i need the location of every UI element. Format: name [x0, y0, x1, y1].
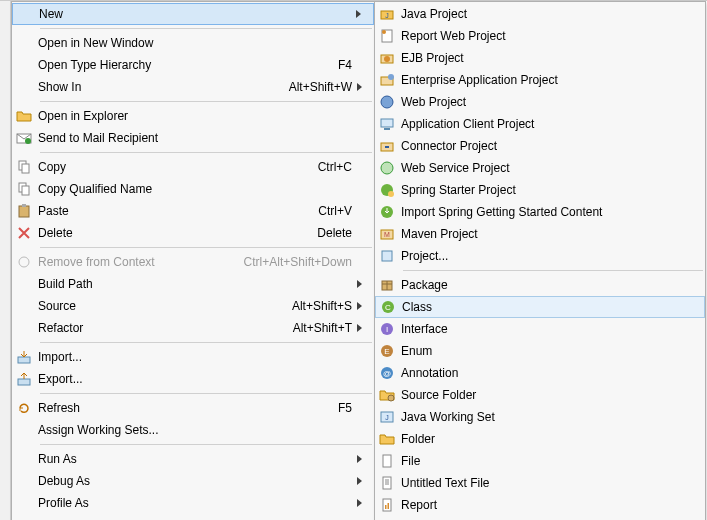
menu-item-project[interactable]: Project... [375, 245, 705, 267]
menu-item-show-in[interactable]: Show InAlt+Shift+W [12, 76, 374, 98]
text-file-icon [375, 475, 399, 491]
svg-rect-42 [383, 455, 391, 467]
svg-point-25 [388, 191, 394, 197]
menu-item-delete[interactable]: DeleteDelete [12, 222, 374, 244]
menu-item-label: Spring Starter Project [399, 183, 687, 197]
menu-item-refresh[interactable]: RefreshF5 [12, 397, 374, 419]
submenu-arrow-icon [356, 498, 368, 508]
submenu-arrow-icon [356, 323, 368, 333]
menu-item-open-new-window[interactable]: Open in New Window [12, 32, 374, 54]
web-icon [375, 94, 399, 110]
menu-item-profile-as[interactable]: Profile As [12, 492, 374, 514]
menu-item-annotation[interactable]: @Annotation [375, 362, 705, 384]
svg-text:J: J [385, 12, 389, 19]
svg-rect-21 [384, 128, 390, 130]
java-project-icon: J [375, 6, 399, 22]
paste-icon [12, 203, 36, 219]
menu-item-refactor[interactable]: RefactorAlt+Shift+T [12, 317, 374, 339]
folder-icon [375, 431, 399, 447]
menu-item-label: Enum [399, 344, 687, 358]
menu-item-label: New [37, 7, 355, 21]
spring-import-icon [375, 204, 399, 220]
blank-icon [12, 35, 36, 51]
menu-item-label: Source Folder [399, 388, 687, 402]
menu-item-copy-qualified[interactable]: Copy Qualified Name [12, 178, 374, 200]
app-client-icon [375, 116, 399, 132]
menu-item-spring-starter[interactable]: Spring Starter Project [375, 179, 705, 201]
menu-item-assign-ws[interactable]: Assign Working Sets... [12, 419, 374, 441]
menu-separator [40, 342, 372, 343]
menu-item-label: Profile As [36, 496, 356, 510]
menu-item-label: Open in Explorer [36, 109, 356, 123]
menu-item-java-project[interactable]: JJava Project [375, 3, 705, 25]
submenu-arrow-icon [356, 301, 368, 311]
menu-item-label: Source [36, 299, 282, 313]
svg-rect-6 [19, 206, 29, 217]
menu-item-paste[interactable]: PasteCtrl+V [12, 200, 374, 222]
menu-item-app-client-project[interactable]: Application Client Project [375, 113, 705, 135]
menu-item-open-type-hierarchy[interactable]: Open Type HierarchyF4 [12, 54, 374, 76]
menu-item-run-as[interactable]: Run As [12, 448, 374, 470]
blank-icon [12, 422, 36, 438]
submenu-arrow-icon [356, 476, 368, 486]
menu-item-shortcut: F4 [328, 58, 356, 72]
menu-item-open-in-explorer[interactable]: Open in Explorer [12, 105, 374, 127]
menu-item-file[interactable]: File [375, 450, 705, 472]
blank-icon [12, 473, 36, 489]
menu-item-ejb-project[interactable]: EJB Project [375, 47, 705, 69]
menu-item-export[interactable]: Export... [12, 368, 374, 390]
editor-gutter [0, 1, 11, 520]
menu-item-interface[interactable]: IInterface [375, 318, 705, 340]
menu-item-source-folder[interactable]: Source Folder [375, 384, 705, 406]
menu-item-shortcut: Ctrl+V [308, 204, 356, 218]
menu-item-web-service-project[interactable]: Web Service Project [375, 157, 705, 179]
menu-item-label: Refresh [36, 401, 328, 415]
spring-starter-icon [375, 182, 399, 198]
menu-item-report[interactable]: Report [375, 494, 705, 516]
menu-item-build-path[interactable]: Build Path [12, 273, 374, 295]
menu-item-maven-project[interactable]: MMaven Project [375, 223, 705, 245]
context-menu-root: NewOpen in New WindowOpen Type Hierarchy… [0, 0, 707, 520]
copy-q-icon [12, 181, 36, 197]
menu-separator [403, 270, 703, 271]
svg-point-39 [388, 395, 394, 401]
menu-item-class[interactable]: CClass [375, 296, 705, 318]
menu-item-shortcut: Alt+Shift+T [283, 321, 356, 335]
menu-item-package[interactable]: Package [375, 274, 705, 296]
connector-icon [375, 138, 399, 154]
menu-item-import[interactable]: Import... [12, 346, 374, 368]
menu-item-new[interactable]: New [12, 3, 374, 25]
svg-rect-43 [383, 477, 391, 489]
menu-item-report-web-project[interactable]: Report Web Project [375, 25, 705, 47]
menu-item-enterprise-app-project[interactable]: Enterprise Application Project [375, 69, 705, 91]
menu-item-label: Maven Project [399, 227, 687, 241]
menu-item-web-project[interactable]: Web Project [375, 91, 705, 113]
project-icon [375, 248, 399, 264]
menu-item-source[interactable]: SourceAlt+Shift+S [12, 295, 374, 317]
menu-item-copy[interactable]: CopyCtrl+C [12, 156, 374, 178]
menu-separator [40, 101, 372, 102]
web-service-icon [375, 160, 399, 176]
menu-item-label: Application Client Project [399, 117, 687, 131]
menu-item-debug-as[interactable]: Debug As [12, 470, 374, 492]
menu-item-untitled-text[interactable]: Untitled Text File [375, 472, 705, 494]
menu-item-label: Delete [36, 226, 307, 240]
menu-item-label: Folder [399, 432, 687, 446]
class-icon: C [376, 299, 400, 315]
menu-item-shortcut: Ctrl+C [308, 160, 356, 174]
menu-item-connector-project[interactable]: Connector Project [375, 135, 705, 157]
menu-item-enum[interactable]: EEnum [375, 340, 705, 362]
menu-item-folder[interactable]: Folder [375, 428, 705, 450]
menu-item-label: Web Service Project [399, 161, 687, 175]
menu-item-send-to-mail[interactable]: Send to Mail Recipient [12, 127, 374, 149]
refresh-icon [12, 400, 36, 416]
menu-item-spring-import[interactable]: Import Spring Getting Started Content [375, 201, 705, 223]
menu-item-java-ws[interactable]: JJava Working Set [375, 406, 705, 428]
svg-rect-10 [18, 379, 30, 385]
menu-item-label: Build Path [36, 277, 356, 291]
menu-item-label: Java Working Set [399, 410, 687, 424]
menu-item-label: Connector Project [399, 139, 687, 153]
menu-item-label: Assign Working Sets... [36, 423, 356, 437]
blank-icon [12, 495, 36, 511]
svg-rect-46 [388, 503, 390, 509]
